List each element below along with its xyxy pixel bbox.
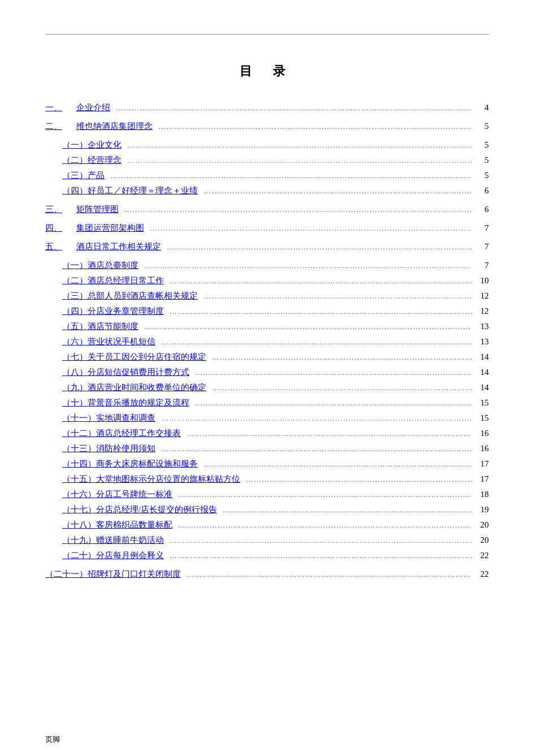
toc-link[interactable]: 好员工／好经理＝理念＋业绩 [88,185,198,196]
toc-page: 17 [475,459,489,469]
toc-section: 五、酒店日常工作相关规定…………………………………………………………………………… [45,241,489,561]
toc-sub-section: （一）酒店总臺制度…………………………………………………………………………………… [45,260,489,271]
toc-link[interactable]: 产品 [88,170,105,181]
toc-num[interactable]: （四） [45,306,88,317]
toc-link[interactable]: 营业状况手机短信 [88,336,155,347]
toc-page: 13 [475,322,489,331]
toc-dots: …………………………………………………………………………………………………………… [212,353,472,362]
toc-num[interactable]: （二） [45,155,88,166]
toc-link[interactable]: 大堂地图标示分店位置的旗标粘贴方位 [96,474,240,485]
page: 目 录 一、企业介绍………………………………………………………………………………… [0,0,534,756]
toc-num[interactable]: 一、 [45,102,76,113]
toc-num[interactable]: （一） [45,260,88,271]
toc-link[interactable]: 维也纳酒店集团理念 [76,121,153,132]
toc-link[interactable]: 分店业务章管理制度 [88,306,164,317]
toc-row: （二）经营理念………………………………………………………………………………………… [45,155,489,166]
toc-link[interactable]: 酒店总臺制度 [88,260,138,271]
toc-link[interactable]: 酒店日常工作相关规定 [76,241,161,252]
toc-num[interactable]: （六） [45,336,88,347]
toc-num[interactable]: （十六） [45,489,96,500]
toc-num[interactable]: （十一） [45,413,96,424]
toc-num[interactable]: （十五） [45,474,96,485]
toc-link[interactable]: 企业介绍 [76,102,110,113]
toc-page: 5 [475,140,489,150]
toc-section: 三、矩阵管理图………………………………………………………………………………………… [45,204,489,215]
toc-num[interactable]: 三、 [45,204,76,215]
toc-link[interactable]: 总部人员到酒店查帐相关规定 [88,291,198,301]
toc-link[interactable]: 经营理念 [88,155,121,166]
toc-row: （十二）酒店总经理工作交接表……………………………………………………………………… [45,428,489,439]
toc-dots: …………………………………………………………………………………………………………… [195,368,472,377]
toc-num[interactable]: （五） [45,321,88,332]
toc-row: （二十一）招牌灯及门口灯关闭制度………………………………………………………………… [45,569,489,580]
toc-link[interactable]: 商务大床房标配设施和服务 [96,459,198,469]
toc-link[interactable]: 赠送睡前牛奶活动 [96,535,164,546]
toc-dots: …………………………………………………………………………………………………………… [178,490,472,499]
toc-link[interactable]: 背景音乐播放的规定及流程 [88,398,189,408]
toc-num[interactable]: （十九） [45,535,96,546]
toc-num[interactable]: （二十一） [45,569,88,580]
toc-link[interactable]: 分店短信促销费用计费方式 [88,367,189,378]
toc-num[interactable]: （二） [45,275,88,286]
toc-num[interactable]: （九） [45,382,88,393]
toc-link[interactable]: 分店工号牌统一标准 [96,489,172,500]
toc-page: 16 [475,429,489,438]
toc-row: （十七）分店总经理/店长提交的例行报告………………………………………………………… [45,504,489,515]
toc-row: （五）酒店节能制度…………………………………………………………………………………… [45,321,489,332]
toc-row: （十四）商务大床房标配设施和服务………………………………………………………………… [45,459,489,469]
toc-num[interactable]: （十二） [45,428,96,439]
toc-dots: …………………………………………………………………………………………………………… [170,277,472,286]
toc-num[interactable]: （十） [45,398,88,408]
toc-row: （十九）赠送睡前牛奶活动…………………………………………………………………………… [45,535,489,546]
toc-num[interactable]: （十三） [45,443,96,454]
toc-sub-section: （十五）大堂地图标示分店位置的旗标粘贴方位…………………………………………………… [45,474,489,485]
toc-sub-section: （十）背景音乐播放的规定及流程…………………………………………………………………… [45,398,489,408]
toc-num[interactable]: （三） [45,170,88,181]
toc-section: 四、集团运营部架构图………………………………………………………………………………… [45,223,489,234]
toc-page: 14 [475,383,489,392]
toc-dots: …………………………………………………………………………………………………………… [124,205,472,214]
toc-link[interactable]: 集团运营部架构图 [76,223,144,234]
toc-num[interactable]: （八） [45,367,88,378]
toc-link[interactable]: 矩阵管理图 [76,204,119,215]
toc-num[interactable]: （七） [45,352,88,362]
toc-row: 一、企业介绍…………………………………………………………………………………………… [45,102,489,113]
toc-page: 5 [475,155,489,165]
toc-num[interactable]: （十八） [45,520,96,530]
toc-link[interactable]: 企业文化 [88,140,121,150]
toc-section: （二十一）招牌灯及门口灯关闭制度………………………………………………………………… [45,569,489,580]
toc-link[interactable]: 酒店总经理工作交接表 [96,428,181,439]
toc-num[interactable]: （十四） [45,459,96,469]
toc-link[interactable]: 消防栓使用须知 [96,443,155,454]
toc-link[interactable]: 酒店节能制度 [88,321,138,332]
toc-sub-section: （三）产品……………………………………………………………………………………………… [45,170,489,181]
toc-sub-section: （八）分店短信促销费用计费方式…………………………………………………………………… [45,367,489,378]
toc-link[interactable]: 实地调查和调查 [96,413,155,424]
toc-sub-section: （一）企业文化………………………………………………………………………………………… [45,140,489,150]
toc-link[interactable]: 酒店营业时间和收费单位的确定 [88,382,206,393]
toc-num[interactable]: 四、 [45,223,76,234]
toc-link[interactable]: 分店总经理/店长提交的例行报告 [96,504,217,515]
toc-dots: …………………………………………………………………………………………………………… [170,307,472,316]
toc-link[interactable]: 酒店总经理日常工作 [88,275,164,286]
toc-page: 4 [475,103,489,113]
toc-sub-section: （十四）商务大床房标配设施和服务………………………………………………………………… [45,459,489,469]
toc-section: 二、维也纳酒店集团理念……………………………………………………………………………… [45,121,489,196]
toc-sub-section: （四）好员工／好经理＝理念＋业绩………………………………………………………………… [45,185,489,196]
toc-num[interactable]: 五、 [45,241,76,252]
toc-sub-section: （二十）分店每月例会释义…………………………………………………………………………… [45,550,489,561]
toc-link[interactable]: 客房棉织品数量标配 [96,520,172,530]
toc-link[interactable]: 招牌灯及门口灯关闭制度 [88,569,181,580]
toc-link[interactable]: 分店每月例会释义 [96,550,164,561]
toc-num[interactable]: 二、 [45,121,76,132]
toc-dots: …………………………………………………………………………………………………………… [203,187,472,196]
toc-link[interactable]: 关于员工因公到分店住宿的规定 [88,352,206,362]
toc-sub-section: （四）分店业务章管理制度…………………………………………………………………………… [45,306,489,317]
toc-dots: …………………………………………………………………………………………………………… [170,551,472,560]
toc-num[interactable]: （三） [45,291,88,301]
toc-dots: …………………………………………………………………………………………………………… [170,536,472,545]
toc-num[interactable]: （四） [45,185,88,196]
toc-num[interactable]: （二十） [45,550,96,561]
toc-num[interactable]: （十七） [45,504,96,515]
toc-num[interactable]: （一） [45,140,88,150]
